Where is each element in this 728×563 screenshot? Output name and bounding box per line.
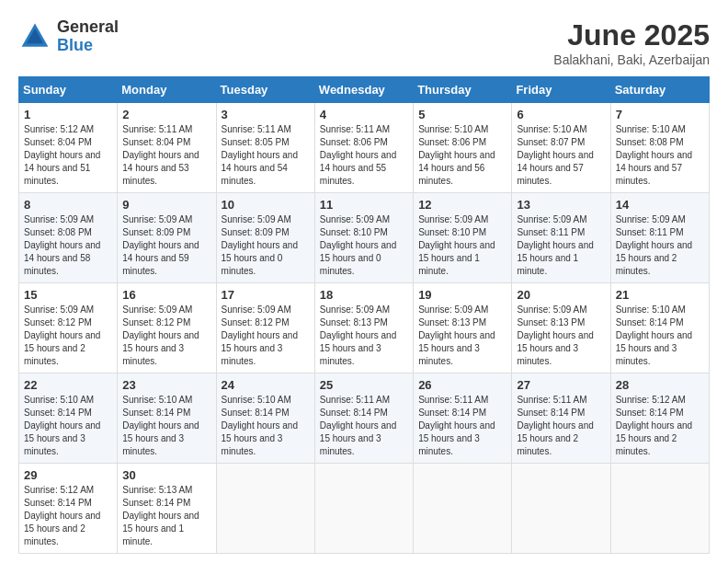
logo: General Blue	[18, 18, 119, 55]
day-cell-28: 28 Sunrise: 5:12 AMSunset: 8:14 PMDaylig…	[610, 373, 709, 464]
day-number: 3	[222, 108, 310, 121]
day-info: Sunrise: 5:09 AMSunset: 8:12 PMDaylight …	[222, 304, 298, 366]
day-cell-13: 13 Sunrise: 5:09 AMSunset: 8:11 PMDaylig…	[512, 193, 610, 283]
logo-text: General Blue	[57, 18, 119, 55]
day-number: 26	[418, 378, 506, 392]
empty-cell	[314, 464, 413, 554]
day-cell-23: 23 Sunrise: 5:10 AMSunset: 8:14 PMDaylig…	[118, 373, 216, 464]
day-info: Sunrise: 5:10 AMSunset: 8:06 PMDaylight …	[418, 124, 495, 186]
day-number: 6	[517, 108, 605, 121]
day-info: Sunrise: 5:09 AMSunset: 8:12 PMDaylight …	[24, 304, 100, 366]
header: General Blue June 2025 Balakhani, Baki, …	[18, 18, 710, 67]
empty-cell	[414, 464, 512, 554]
day-number: 14	[616, 198, 704, 212]
empty-cell	[216, 464, 314, 554]
day-info: Sunrise: 5:10 AMSunset: 8:07 PMDaylight …	[517, 124, 593, 186]
day-cell-29: 29 Sunrise: 5:12 AMSunset: 8:14 PMDaylig…	[19, 464, 118, 554]
day-number: 27	[517, 378, 605, 392]
day-number: 23	[122, 378, 210, 392]
day-cell-26: 26 Sunrise: 5:11 AMSunset: 8:14 PMDaylig…	[414, 373, 512, 464]
day-cell-21: 21 Sunrise: 5:10 AMSunset: 8:14 PMDaylig…	[610, 283, 709, 373]
day-cell-19: 19 Sunrise: 5:09 AMSunset: 8:13 PMDaylig…	[414, 283, 512, 373]
day-cell-30: 30 Sunrise: 5:13 AMSunset: 8:14 PMDaylig…	[118, 464, 216, 554]
logo-general-text: General	[57, 18, 119, 37]
day-number: 21	[616, 288, 704, 302]
day-cell-6: 6 Sunrise: 5:10 AMSunset: 8:07 PMDayligh…	[512, 103, 610, 193]
day-cell-7: 7 Sunrise: 5:10 AMSunset: 8:08 PMDayligh…	[610, 103, 709, 193]
week-row-4: 22 Sunrise: 5:10 AMSunset: 8:14 PMDaylig…	[19, 373, 710, 464]
day-cell-27: 27 Sunrise: 5:11 AMSunset: 8:14 PMDaylig…	[512, 373, 610, 464]
day-cell-1: 1 Sunrise: 5:12 AMSunset: 8:04 PMDayligh…	[19, 103, 118, 193]
day-info: Sunrise: 5:12 AMSunset: 8:14 PMDaylight …	[24, 485, 100, 546]
weekday-header-wednesday: Wednesday	[314, 77, 413, 103]
day-cell-24: 24 Sunrise: 5:10 AMSunset: 8:14 PMDaylig…	[216, 373, 314, 464]
logo-blue-text: Blue	[57, 37, 119, 55]
day-number: 16	[122, 288, 210, 302]
week-row-1: 1 Sunrise: 5:12 AMSunset: 8:04 PMDayligh…	[19, 103, 710, 193]
weekday-header-saturday: Saturday	[610, 77, 709, 103]
day-info: Sunrise: 5:09 AMSunset: 8:11 PMDaylight …	[616, 214, 692, 276]
day-cell-22: 22 Sunrise: 5:10 AMSunset: 8:14 PMDaylig…	[19, 373, 118, 464]
day-cell-10: 10 Sunrise: 5:09 AMSunset: 8:09 PMDaylig…	[216, 193, 314, 283]
day-number: 2	[122, 108, 210, 121]
day-info: Sunrise: 5:11 AMSunset: 8:04 PMDaylight …	[122, 124, 199, 186]
day-info: Sunrise: 5:09 AMSunset: 8:09 PMDaylight …	[222, 214, 298, 276]
day-info: Sunrise: 5:13 AMSunset: 8:14 PMDaylight …	[122, 485, 199, 546]
calendar-title: June 2025	[553, 18, 710, 52]
week-row-2: 8 Sunrise: 5:09 AMSunset: 8:08 PMDayligh…	[19, 193, 710, 283]
day-info: Sunrise: 5:11 AMSunset: 8:05 PMDaylight …	[222, 124, 298, 186]
day-number: 29	[24, 468, 112, 482]
day-number: 22	[24, 378, 112, 392]
day-number: 30	[122, 468, 210, 482]
day-number: 1	[24, 108, 112, 121]
day-cell-16: 16 Sunrise: 5:09 AMSunset: 8:12 PMDaylig…	[118, 283, 216, 373]
day-number: 7	[616, 108, 704, 121]
day-info: Sunrise: 5:12 AMSunset: 8:14 PMDaylight …	[616, 395, 692, 456]
day-cell-11: 11 Sunrise: 5:09 AMSunset: 8:10 PMDaylig…	[314, 193, 413, 283]
day-cell-17: 17 Sunrise: 5:09 AMSunset: 8:12 PMDaylig…	[216, 283, 314, 373]
week-row-3: 15 Sunrise: 5:09 AMSunset: 8:12 PMDaylig…	[19, 283, 710, 373]
calendar-table: SundayMondayTuesdayWednesdayThursdayFrid…	[18, 76, 710, 554]
day-info: Sunrise: 5:09 AMSunset: 8:13 PMDaylight …	[418, 304, 495, 366]
day-number: 24	[222, 378, 310, 392]
empty-cell	[610, 464, 709, 554]
day-number: 12	[418, 198, 506, 212]
day-number: 15	[24, 288, 112, 302]
calendar-subtitle: Balakhani, Baki, Azerbaijan	[553, 52, 710, 67]
logo-icon	[18, 20, 51, 53]
day-cell-4: 4 Sunrise: 5:11 AMSunset: 8:06 PMDayligh…	[314, 103, 413, 193]
day-info: Sunrise: 5:11 AMSunset: 8:14 PMDaylight …	[418, 395, 495, 456]
day-info: Sunrise: 5:09 AMSunset: 8:08 PMDaylight …	[24, 214, 100, 276]
day-info: Sunrise: 5:10 AMSunset: 8:14 PMDaylight …	[222, 395, 298, 456]
day-number: 4	[320, 108, 408, 121]
day-info: Sunrise: 5:10 AMSunset: 8:14 PMDaylight …	[122, 395, 199, 456]
weekday-header-sunday: Sunday	[19, 77, 118, 103]
weekday-header-monday: Monday	[118, 77, 216, 103]
day-number: 28	[616, 378, 704, 392]
day-cell-20: 20 Sunrise: 5:09 AMSunset: 8:13 PMDaylig…	[512, 283, 610, 373]
day-cell-14: 14 Sunrise: 5:09 AMSunset: 8:11 PMDaylig…	[610, 193, 709, 283]
weekday-header-friday: Friday	[512, 77, 610, 103]
day-info: Sunrise: 5:10 AMSunset: 8:14 PMDaylight …	[616, 304, 692, 366]
day-info: Sunrise: 5:09 AMSunset: 8:12 PMDaylight …	[122, 304, 199, 366]
day-cell-25: 25 Sunrise: 5:11 AMSunset: 8:14 PMDaylig…	[314, 373, 413, 464]
weekday-header-thursday: Thursday	[414, 77, 512, 103]
day-number: 18	[320, 288, 408, 302]
day-cell-3: 3 Sunrise: 5:11 AMSunset: 8:05 PMDayligh…	[216, 103, 314, 193]
day-number: 8	[24, 198, 112, 212]
day-info: Sunrise: 5:09 AMSunset: 8:09 PMDaylight …	[122, 214, 199, 276]
day-number: 9	[122, 198, 210, 212]
day-cell-12: 12 Sunrise: 5:09 AMSunset: 8:10 PMDaylig…	[414, 193, 512, 283]
day-info: Sunrise: 5:09 AMSunset: 8:10 PMDaylight …	[418, 214, 495, 276]
day-cell-2: 2 Sunrise: 5:11 AMSunset: 8:04 PMDayligh…	[118, 103, 216, 193]
day-info: Sunrise: 5:12 AMSunset: 8:04 PMDaylight …	[24, 124, 100, 186]
day-number: 11	[320, 198, 408, 212]
day-info: Sunrise: 5:11 AMSunset: 8:06 PMDaylight …	[320, 124, 396, 186]
day-info: Sunrise: 5:09 AMSunset: 8:13 PMDaylight …	[517, 304, 593, 366]
day-info: Sunrise: 5:11 AMSunset: 8:14 PMDaylight …	[320, 395, 396, 456]
day-cell-5: 5 Sunrise: 5:10 AMSunset: 8:06 PMDayligh…	[414, 103, 512, 193]
day-info: Sunrise: 5:09 AMSunset: 8:10 PMDaylight …	[320, 214, 396, 276]
day-info: Sunrise: 5:09 AMSunset: 8:13 PMDaylight …	[320, 304, 396, 366]
title-area: June 2025 Balakhani, Baki, Azerbaijan	[553, 18, 710, 67]
day-number: 13	[517, 198, 605, 212]
